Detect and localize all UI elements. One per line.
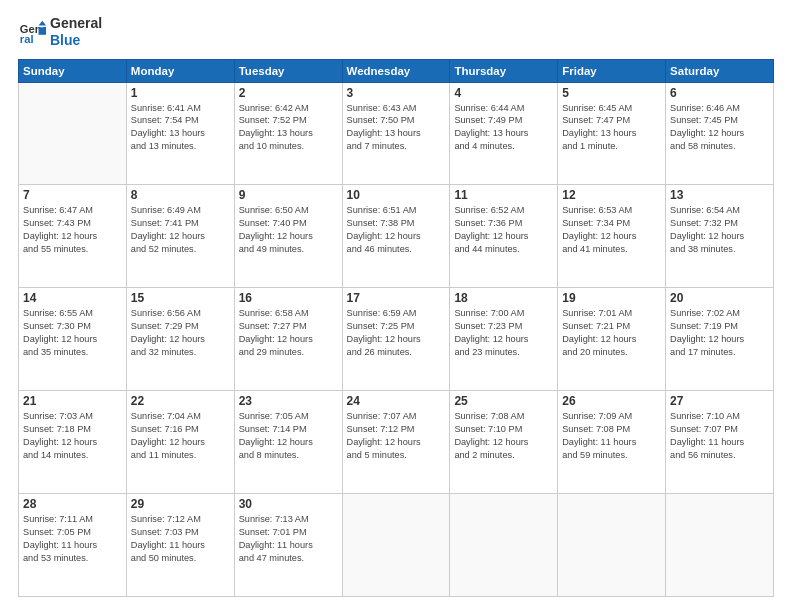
calendar-cell: 13Sunrise: 6:54 AM Sunset: 7:32 PM Dayli… [666,185,774,288]
day-number: 9 [239,188,338,202]
day-info: Sunrise: 6:58 AM Sunset: 7:27 PM Dayligh… [239,307,338,359]
day-info: Sunrise: 6:51 AM Sunset: 7:38 PM Dayligh… [347,204,446,256]
day-number: 15 [131,291,230,305]
calendar: SundayMondayTuesdayWednesdayThursdayFrid… [18,59,774,597]
calendar-week-1: 1Sunrise: 6:41 AM Sunset: 7:54 PM Daylig… [19,82,774,185]
day-number: 6 [670,86,769,100]
day-info: Sunrise: 6:47 AM Sunset: 7:43 PM Dayligh… [23,204,122,256]
day-info: Sunrise: 7:03 AM Sunset: 7:18 PM Dayligh… [23,410,122,462]
calendar-cell: 12Sunrise: 6:53 AM Sunset: 7:34 PM Dayli… [558,185,666,288]
day-info: Sunrise: 6:43 AM Sunset: 7:50 PM Dayligh… [347,102,446,154]
calendar-cell: 5Sunrise: 6:45 AM Sunset: 7:47 PM Daylig… [558,82,666,185]
calendar-cell: 23Sunrise: 7:05 AM Sunset: 7:14 PM Dayli… [234,391,342,494]
day-info: Sunrise: 6:52 AM Sunset: 7:36 PM Dayligh… [454,204,553,256]
day-info: Sunrise: 7:05 AM Sunset: 7:14 PM Dayligh… [239,410,338,462]
day-info: Sunrise: 7:10 AM Sunset: 7:07 PM Dayligh… [670,410,769,462]
svg-marker-3 [39,27,46,34]
calendar-cell: 1Sunrise: 6:41 AM Sunset: 7:54 PM Daylig… [126,82,234,185]
day-info: Sunrise: 7:09 AM Sunset: 7:08 PM Dayligh… [562,410,661,462]
day-info: Sunrise: 7:02 AM Sunset: 7:19 PM Dayligh… [670,307,769,359]
day-info: Sunrise: 6:44 AM Sunset: 7:49 PM Dayligh… [454,102,553,154]
calendar-cell: 3Sunrise: 6:43 AM Sunset: 7:50 PM Daylig… [342,82,450,185]
day-info: Sunrise: 6:45 AM Sunset: 7:47 PM Dayligh… [562,102,661,154]
day-info: Sunrise: 6:49 AM Sunset: 7:41 PM Dayligh… [131,204,230,256]
day-number: 20 [670,291,769,305]
day-header-thursday: Thursday [450,59,558,82]
day-header-sunday: Sunday [19,59,127,82]
day-info: Sunrise: 7:12 AM Sunset: 7:03 PM Dayligh… [131,513,230,565]
day-info: Sunrise: 7:07 AM Sunset: 7:12 PM Dayligh… [347,410,446,462]
day-number: 17 [347,291,446,305]
day-info: Sunrise: 7:01 AM Sunset: 7:21 PM Dayligh… [562,307,661,359]
day-number: 12 [562,188,661,202]
day-number: 2 [239,86,338,100]
calendar-cell: 7Sunrise: 6:47 AM Sunset: 7:43 PM Daylig… [19,185,127,288]
day-info: Sunrise: 7:00 AM Sunset: 7:23 PM Dayligh… [454,307,553,359]
day-info: Sunrise: 6:53 AM Sunset: 7:34 PM Dayligh… [562,204,661,256]
calendar-week-5: 28Sunrise: 7:11 AM Sunset: 7:05 PM Dayli… [19,494,774,597]
logo-text-blue: Blue [50,32,102,49]
day-info: Sunrise: 6:55 AM Sunset: 7:30 PM Dayligh… [23,307,122,359]
calendar-cell: 28Sunrise: 7:11 AM Sunset: 7:05 PM Dayli… [19,494,127,597]
day-number: 26 [562,394,661,408]
day-info: Sunrise: 6:54 AM Sunset: 7:32 PM Dayligh… [670,204,769,256]
calendar-cell: 10Sunrise: 6:51 AM Sunset: 7:38 PM Dayli… [342,185,450,288]
day-header-wednesday: Wednesday [342,59,450,82]
calendar-cell: 15Sunrise: 6:56 AM Sunset: 7:29 PM Dayli… [126,288,234,391]
day-info: Sunrise: 7:08 AM Sunset: 7:10 PM Dayligh… [454,410,553,462]
calendar-cell: 6Sunrise: 6:46 AM Sunset: 7:45 PM Daylig… [666,82,774,185]
calendar-cell: 30Sunrise: 7:13 AM Sunset: 7:01 PM Dayli… [234,494,342,597]
calendar-week-2: 7Sunrise: 6:47 AM Sunset: 7:43 PM Daylig… [19,185,774,288]
calendar-cell: 14Sunrise: 6:55 AM Sunset: 7:30 PM Dayli… [19,288,127,391]
calendar-cell: 11Sunrise: 6:52 AM Sunset: 7:36 PM Dayli… [450,185,558,288]
day-number: 29 [131,497,230,511]
calendar-week-3: 14Sunrise: 6:55 AM Sunset: 7:30 PM Dayli… [19,288,774,391]
day-header-friday: Friday [558,59,666,82]
svg-text:ral: ral [20,33,34,45]
day-info: Sunrise: 7:11 AM Sunset: 7:05 PM Dayligh… [23,513,122,565]
calendar-cell: 22Sunrise: 7:04 AM Sunset: 7:16 PM Dayli… [126,391,234,494]
day-info: Sunrise: 7:04 AM Sunset: 7:16 PM Dayligh… [131,410,230,462]
calendar-week-4: 21Sunrise: 7:03 AM Sunset: 7:18 PM Dayli… [19,391,774,494]
logo: Gene ral General Blue [18,15,102,49]
calendar-header-row: SundayMondayTuesdayWednesdayThursdayFrid… [19,59,774,82]
logo-icon: Gene ral [18,18,46,46]
day-number: 16 [239,291,338,305]
day-number: 25 [454,394,553,408]
day-number: 28 [23,497,122,511]
calendar-cell: 27Sunrise: 7:10 AM Sunset: 7:07 PM Dayli… [666,391,774,494]
calendar-cell: 4Sunrise: 6:44 AM Sunset: 7:49 PM Daylig… [450,82,558,185]
calendar-cell [450,494,558,597]
day-number: 3 [347,86,446,100]
day-number: 1 [131,86,230,100]
day-number: 10 [347,188,446,202]
day-number: 18 [454,291,553,305]
calendar-cell [342,494,450,597]
day-info: Sunrise: 7:13 AM Sunset: 7:01 PM Dayligh… [239,513,338,565]
calendar-cell: 16Sunrise: 6:58 AM Sunset: 7:27 PM Dayli… [234,288,342,391]
calendar-cell [19,82,127,185]
day-number: 27 [670,394,769,408]
calendar-cell [558,494,666,597]
day-number: 24 [347,394,446,408]
day-info: Sunrise: 6:50 AM Sunset: 7:40 PM Dayligh… [239,204,338,256]
day-number: 22 [131,394,230,408]
calendar-cell [666,494,774,597]
calendar-cell: 18Sunrise: 7:00 AM Sunset: 7:23 PM Dayli… [450,288,558,391]
calendar-cell: 17Sunrise: 6:59 AM Sunset: 7:25 PM Dayli… [342,288,450,391]
calendar-cell: 8Sunrise: 6:49 AM Sunset: 7:41 PM Daylig… [126,185,234,288]
logo-text-general: General [50,15,102,32]
day-header-saturday: Saturday [666,59,774,82]
day-number: 30 [239,497,338,511]
calendar-cell: 2Sunrise: 6:42 AM Sunset: 7:52 PM Daylig… [234,82,342,185]
day-number: 7 [23,188,122,202]
day-info: Sunrise: 6:46 AM Sunset: 7:45 PM Dayligh… [670,102,769,154]
day-number: 23 [239,394,338,408]
calendar-cell: 19Sunrise: 7:01 AM Sunset: 7:21 PM Dayli… [558,288,666,391]
day-info: Sunrise: 6:59 AM Sunset: 7:25 PM Dayligh… [347,307,446,359]
calendar-cell: 29Sunrise: 7:12 AM Sunset: 7:03 PM Dayli… [126,494,234,597]
calendar-cell: 26Sunrise: 7:09 AM Sunset: 7:08 PM Dayli… [558,391,666,494]
day-header-monday: Monday [126,59,234,82]
day-info: Sunrise: 6:41 AM Sunset: 7:54 PM Dayligh… [131,102,230,154]
day-number: 4 [454,86,553,100]
